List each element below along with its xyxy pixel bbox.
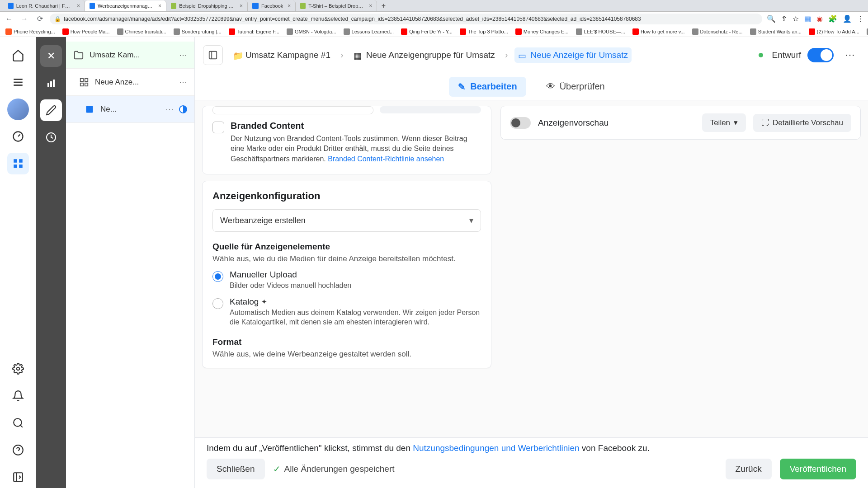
bookmark[interactable]: (2) How To Add A...	[807, 28, 861, 36]
star-icon[interactable]: ☆	[793, 14, 799, 23]
status-dot	[759, 53, 763, 57]
browser-tab-4[interactable]: T-Shirt – Beispiel Dropshippin×	[296, 0, 377, 11]
history-icon[interactable]	[40, 127, 62, 148]
tree-item-adset[interactable]: Neue Anze... ⋯	[66, 69, 194, 96]
back-button[interactable]: Zurück	[726, 459, 772, 479]
radio-button[interactable]	[212, 298, 223, 309]
tree-item-ad[interactable]: Ne... ⋯	[66, 96, 194, 123]
bookmark[interactable]: Phone Recycling...	[4, 28, 57, 36]
reload-button[interactable]: ⟳	[34, 14, 45, 24]
home-icon[interactable]	[7, 44, 29, 66]
svg-rect-6	[14, 164, 17, 168]
close-button[interactable]: Schließen	[207, 459, 265, 479]
share-button[interactable]: Teilen▾	[702, 113, 746, 132]
profile-icon[interactable]: 👤	[843, 14, 852, 23]
gear-icon[interactable]	[7, 358, 29, 380]
browser-tab-0[interactable]: Leon R. Chaudhari | Facebook×	[4, 0, 85, 11]
address-input[interactable]: 🔒facebook.com/adsmanager/manage/ads/edit…	[50, 14, 762, 24]
tab-review[interactable]: 👁Überprüfen	[537, 77, 614, 96]
bookmark[interactable]: Student Wants an...	[748, 28, 803, 36]
close-button[interactable]: ✕	[40, 45, 62, 67]
url-text: facebook.com/adsmanager/manage/ads/edit?…	[64, 16, 641, 22]
bookmark[interactable]: Tutorial: Eigene F...	[227, 28, 281, 36]
folder-icon	[73, 50, 84, 61]
radio-button[interactable]	[212, 271, 223, 282]
bookmark[interactable]: GMSN - Vologda...	[285, 28, 338, 36]
status-indicator	[179, 105, 187, 113]
forward-button[interactable]: →	[19, 14, 30, 24]
breadcrumb-campaign[interactable]: 📁Umsatz Kampagne #1	[229, 47, 334, 63]
tab-title: T-Shirt – Beispiel Dropshippin	[308, 3, 364, 9]
detailed-preview-button[interactable]: ⛶Detaillierte Vorschau	[753, 114, 851, 132]
main-content: 📁Umsatz Kampagne #1 › ▦Neue Anzeigengrup…	[195, 37, 868, 488]
ext-icon[interactable]: ▦	[804, 14, 811, 23]
radio-manual-upload[interactable]: Manueller Upload Bilder oder Videos manu…	[212, 270, 481, 291]
search-icon[interactable]	[7, 412, 29, 434]
publish-button[interactable]: Veröffentlichen	[780, 459, 856, 479]
adset-icon	[79, 77, 90, 88]
more-icon[interactable]: ⋯	[179, 77, 187, 87]
share-icon[interactable]: ⇪	[781, 14, 787, 23]
branded-link[interactable]: Branded Content-Richtlinie ansehen	[328, 155, 444, 163]
radio-label: Manueller Upload	[230, 270, 481, 280]
radio-label: Katalog✦	[230, 297, 481, 307]
collapse-icon[interactable]	[7, 466, 29, 488]
tab-close-icon[interactable]: ×	[240, 3, 243, 9]
radio-desc: Bilder oder Videos manuell hochladen	[230, 281, 481, 291]
more-icon[interactable]: ⋯	[179, 50, 187, 60]
browser-tab-3[interactable]: Facebook×	[248, 0, 296, 11]
footer: Indem du auf „Veröffentlichen" klickst, …	[195, 437, 868, 488]
bookmark[interactable]: How to get more v...	[631, 28, 687, 36]
more-icon[interactable]: ⋯	[165, 104, 174, 114]
ad-type-select[interactable]: Werbeanzeige erstellen ▾	[212, 209, 481, 232]
branded-content-checkbox[interactable]	[212, 122, 224, 133]
terms-link[interactable]: Nutzungsbedingungen und Werberichtlinien	[413, 443, 579, 453]
sparkle-icon: ✦	[261, 298, 267, 306]
menu-icon[interactable]: ⋮	[857, 14, 864, 23]
browser-tab-1[interactable]: Werbeanzeigenmanager - We×	[85, 0, 166, 11]
tab-close-icon[interactable]: ×	[77, 3, 80, 9]
tree-item-campaign[interactable]: Umsatz Kam... ⋯	[66, 42, 194, 69]
svg-rect-7	[19, 164, 23, 168]
bookmark[interactable]: LEE'$ HOUSE—...	[574, 28, 627, 36]
ext-icon[interactable]: ◉	[816, 14, 823, 23]
tab-close-icon[interactable]: ×	[158, 3, 161, 9]
bookmark[interactable]: Chinese translati...	[115, 28, 168, 36]
grid-icon[interactable]	[7, 153, 29, 174]
bookmark[interactable]: The Top 3 Platfo...	[458, 28, 510, 36]
menu-icon[interactable]	[7, 71, 29, 93]
bookmark[interactable]: Money Changes E...	[514, 28, 571, 36]
browser-tabs: Leon R. Chaudhari | Facebook× Werbeanzei…	[0, 0, 868, 12]
tab-edit[interactable]: ✎Bearbeiten	[449, 77, 526, 97]
chart-icon[interactable]	[40, 72, 62, 94]
bookmark[interactable]: Datenschutz - Re...	[690, 28, 745, 36]
ad-icon	[84, 104, 95, 115]
help-icon[interactable]	[7, 439, 29, 461]
back-button[interactable]: ←	[4, 14, 14, 24]
bookmark[interactable]: Qing Fei De Yi - Y...	[399, 28, 454, 36]
left-rail	[0, 37, 36, 488]
bookmark[interactable]: How People Ma...	[61, 28, 112, 36]
ext-icon[interactable]: 🧩	[828, 14, 837, 23]
more-button[interactable]: ⋯	[840, 45, 860, 65]
zoom-icon[interactable]: 🔍	[767, 14, 776, 23]
breadcrumb-adset[interactable]: ▦Neue Anzeigengruppe für Umsatz	[350, 47, 499, 63]
browser-tab-2[interactable]: Beispiel Dropshipping Store -×	[166, 0, 248, 11]
active-toggle[interactable]	[807, 48, 834, 62]
new-tab-button[interactable]: +	[377, 0, 390, 11]
bell-icon[interactable]	[7, 385, 29, 407]
breadcrumb-ad[interactable]: ▭Neue Anzeige für Umsatz	[514, 47, 632, 63]
panel-toggle[interactable]	[203, 45, 223, 65]
tab-close-icon[interactable]: ×	[369, 3, 372, 9]
radio-catalog[interactable]: Katalog✦ Automatisch Medien aus deinem K…	[212, 297, 481, 327]
svg-rect-21	[80, 83, 83, 85]
bookmark[interactable]: Lessons Learned...	[342, 28, 396, 36]
bookmark[interactable]: Download - Cooki...	[865, 28, 868, 36]
gauge-icon[interactable]	[7, 126, 29, 147]
tab-close-icon[interactable]: ×	[288, 3, 291, 9]
edit-icon[interactable]	[40, 99, 62, 121]
avatar[interactable]	[7, 99, 29, 120]
partial-field[interactable]	[212, 106, 373, 114]
bookmark[interactable]: Sonderprüfung |...	[172, 28, 223, 36]
preview-toggle[interactable]	[510, 117, 531, 129]
